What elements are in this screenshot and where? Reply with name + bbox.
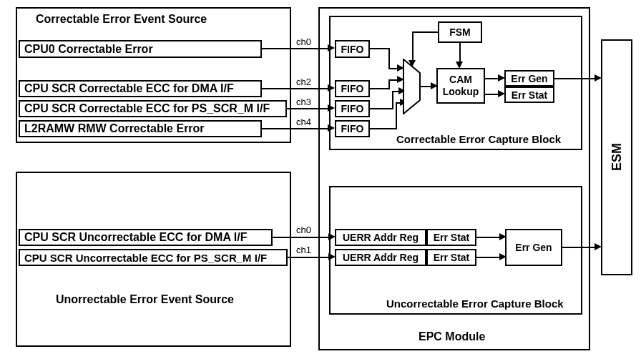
line [392, 91, 393, 109]
uncorrectable-capture-title: Uncorrectable Error Capture Block [386, 297, 564, 310]
line [262, 88, 329, 89]
line [459, 43, 461, 63]
fifo-0: FIFO [335, 40, 370, 58]
line [476, 257, 501, 258]
line [554, 78, 596, 79]
fifo-3: FIFO [335, 100, 370, 117]
line [412, 31, 414, 62]
fifo-2: FIFO [335, 80, 370, 97]
ch-label: ch1 [296, 245, 311, 255]
err-gen-box: Err Gen [504, 70, 554, 87]
arrow-icon [328, 44, 335, 51]
svg-marker-0 [403, 59, 420, 114]
ch-label: ch2 [296, 77, 311, 87]
cpu0-correctable-row: CPU0 Correctable Error [19, 40, 262, 58]
line [287, 108, 329, 109]
epc-module-title: EPC Module [419, 330, 485, 343]
arrow-icon [408, 60, 416, 67]
line [388, 48, 390, 69]
line [288, 257, 330, 258]
cam-lookup-label: CAM Lookup [443, 74, 479, 98]
line [485, 78, 499, 79]
cpu-scr-uncorr-dma-row: CPU SCR Uncorrectable ECC for DMA I/F [19, 229, 273, 246]
uerr-err-stat-0: Err Stat [426, 229, 476, 246]
uerr-err-stat-1: Err Stat [426, 249, 476, 266]
line [396, 102, 397, 129]
esm-label: ESM [610, 143, 625, 171]
uerr-addr-reg-0: UERR Addr Reg [335, 229, 426, 246]
correctable-source-title: Correctable Error Event Source [36, 13, 207, 26]
line [370, 48, 390, 49]
cam-lookup-box: CAM Lookup [436, 68, 485, 104]
source-label: CPU SCR Correctable ECC for PS_SCR_M I/F [24, 102, 270, 115]
arrow-icon [328, 104, 335, 112]
ch-label: ch4 [296, 117, 311, 127]
uncorrectable-source-title: Unorrectable Error Event Source [56, 293, 234, 306]
line [562, 247, 596, 248]
uncorr-err-gen-box: Err Gen [505, 229, 562, 266]
correctable-capture-title: Correctable Error Capture Block [396, 133, 561, 145]
line [262, 48, 329, 49]
line [370, 108, 393, 109]
fsm-box: FSM [438, 21, 482, 43]
line [262, 128, 329, 129]
fifo-4: FIFO [335, 120, 370, 137]
source-label: L2RAMW RMW Correctable Error [24, 122, 205, 135]
line [388, 79, 390, 89]
arrow-icon [328, 124, 335, 132]
line [485, 94, 499, 95]
line [273, 237, 330, 238]
l2ramw-rmw-row: L2RAMW RMW Correctable Error [19, 120, 262, 137]
err-stat-box: Err Stat [504, 87, 554, 103]
line [412, 31, 438, 33]
esm-box: ESM [601, 39, 632, 275]
source-label: CPU SCR Uncorrectable ECC for DMA I/F [24, 231, 247, 244]
ch-label: ch0 [296, 36, 311, 47]
ch-label: ch0 [296, 225, 311, 235]
cpu-scr-psscrm-row: CPU SCR Correctable ECC for PS_SCR_M I/F [19, 100, 287, 117]
arrow-icon [328, 84, 335, 92]
cpu-scr-dma-row: CPU SCR Correctable ECC for DMA I/F [19, 80, 262, 97]
cpu-scr-uncorr-psscrm-row: CPU SCR Uncorrectable ECC for PS_SCR_M I… [19, 249, 288, 266]
line [370, 128, 397, 129]
source-label: CPU SCR Correctable ECC for DMA I/F [24, 82, 234, 95]
source-label: CPU SCR Uncorrectable ECC for PS_SCR_M I… [24, 252, 267, 264]
ch-label: ch3 [296, 97, 311, 107]
source-label: CPU0 Correctable Error [24, 43, 153, 56]
line [370, 88, 390, 89]
line [476, 237, 501, 238]
uerr-addr-reg-1: UERR Addr Reg [335, 249, 426, 266]
